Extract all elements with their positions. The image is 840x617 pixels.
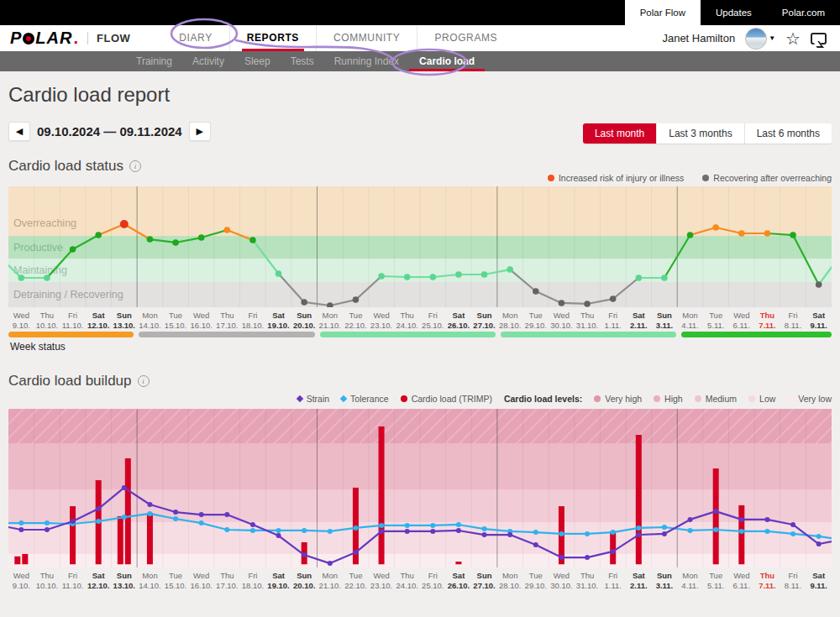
trimp-bar[interactable] [455, 562, 461, 564]
strain-day-dot[interactable] [71, 519, 76, 524]
favorites-star-icon[interactable]: ☆ [785, 30, 801, 47]
strain-day-dot[interactable] [45, 527, 50, 532]
status-day-dot[interactable] [301, 299, 307, 306]
strain-day-dot[interactable] [764, 517, 769, 522]
tolerance-day-dot[interactable] [533, 530, 538, 535]
status-day-dot[interactable] [249, 237, 256, 243]
strain-day-dot[interactable] [585, 555, 590, 560]
trimp-bar[interactable] [713, 468, 719, 564]
tolerance-day-dot[interactable] [379, 523, 384, 528]
strain-day-dot[interactable] [199, 512, 204, 517]
subnav-item-sleep[interactable]: Sleep [234, 51, 281, 71]
tolerance-day-dot[interactable] [662, 525, 667, 530]
strain-day-dot[interactable] [224, 512, 229, 517]
trimp-bar[interactable] [610, 531, 616, 564]
subnav-item-tests[interactable]: Tests [281, 51, 324, 71]
tolerance-day-dot[interactable] [45, 520, 50, 525]
status-day-dot[interactable] [70, 246, 76, 253]
status-day-dot[interactable] [559, 300, 565, 306]
polar-logo[interactable]: PLAR. [10, 29, 79, 48]
status-day-dot[interactable] [378, 273, 385, 280]
tolerance-day-dot[interactable] [276, 528, 281, 533]
status-day-dot[interactable] [712, 224, 719, 231]
strain-day-dot[interactable] [353, 550, 358, 555]
strain-day-dot[interactable] [405, 529, 410, 534]
subnav-item-training[interactable]: Training [126, 51, 182, 71]
status-day-dot[interactable] [636, 275, 643, 281]
strain-day-dot[interactable] [250, 522, 255, 527]
status-day-dot[interactable] [661, 275, 668, 281]
tolerance-day-dot[interactable] [585, 531, 590, 536]
strain-day-dot[interactable] [302, 552, 307, 557]
trimp-bar[interactable] [14, 557, 20, 564]
strain-day-dot[interactable] [430, 529, 435, 534]
strain-day-dot[interactable] [636, 532, 641, 537]
status-day-dot[interactable] [172, 239, 179, 246]
strain-day-dot[interactable] [713, 509, 718, 514]
range-button-last-6-months[interactable]: Last 6 months [744, 123, 832, 144]
strain-day-dot[interactable] [739, 517, 744, 522]
tolerance-day-dot[interactable] [688, 528, 693, 533]
cardio-load-buildup-chart[interactable] [8, 409, 832, 567]
tolerance-day-dot[interactable] [430, 523, 435, 528]
strain-day-dot[interactable] [611, 549, 616, 554]
tolerance-day-dot[interactable] [790, 531, 795, 536]
trimp-bar[interactable] [147, 513, 153, 564]
status-day-dot[interactable] [455, 271, 462, 278]
trimp-bar[interactable] [70, 506, 76, 564]
status-day-dot[interactable] [764, 230, 771, 237]
nav-item-community[interactable]: COMMUNITY [316, 25, 417, 51]
tolerance-day-dot[interactable] [18, 520, 24, 525]
tolerance-day-dot[interactable] [456, 522, 461, 527]
tolerance-day-dot[interactable] [122, 515, 127, 520]
tolerance-day-dot[interactable] [328, 529, 333, 534]
next-period-button[interactable]: ▶ [189, 122, 211, 141]
range-button-last-3-months[interactable]: Last 3 months [656, 123, 743, 144]
tolerance-day-dot[interactable] [739, 529, 744, 534]
tolerance-day-dot[interactable] [405, 523, 410, 528]
strain-day-dot[interactable] [18, 527, 24, 532]
tolerance-day-dot[interactable] [353, 525, 358, 531]
user-menu[interactable]: ▼ [745, 28, 775, 50]
status-day-dot[interactable] [18, 275, 25, 281]
strain-day-dot[interactable] [276, 533, 281, 538]
subnav-item-activity[interactable]: Activity [182, 51, 234, 71]
status-day-dot[interactable] [224, 227, 231, 233]
strain-day-dot[interactable] [662, 531, 667, 536]
strain-day-dot[interactable] [816, 541, 822, 546]
status-day-dot[interactable] [404, 274, 411, 280]
strain-day-dot[interactable] [96, 506, 101, 511]
status-info-icon[interactable]: i [129, 160, 141, 172]
strain-day-dot[interactable] [790, 522, 795, 527]
subnav-item-cardio-load[interactable]: Cardio load [409, 51, 485, 71]
buildup-info-icon[interactable]: i [138, 375, 150, 387]
status-day-dot[interactable] [353, 296, 360, 303]
strain-day-dot[interactable] [688, 517, 693, 522]
strain-day-dot[interactable] [507, 532, 512, 537]
status-day-dot[interactable] [738, 230, 745, 237]
strain-day-dot[interactable] [147, 502, 152, 507]
strain-day-dot[interactable] [379, 529, 384, 534]
status-day-dot[interactable] [584, 301, 591, 307]
topbar-tab-polar-flow[interactable]: Polar Flow [625, 0, 701, 25]
tolerance-day-dot[interactable] [611, 530, 616, 535]
trimp-bar[interactable] [22, 554, 28, 564]
tolerance-day-dot[interactable] [482, 526, 487, 531]
trimp-bar[interactable] [118, 516, 123, 564]
status-day-dot[interactable] [533, 288, 539, 295]
strain-day-dot[interactable] [173, 510, 178, 515]
cardio-load-status-chart[interactable]: OverreachingProductiveMaintainingDetrain… [8, 186, 832, 307]
strain-day-dot[interactable] [533, 542, 538, 547]
strain-day-dot[interactable] [328, 561, 333, 566]
status-day-dot[interactable] [610, 295, 617, 302]
nav-item-programs[interactable]: PROGRAMS [417, 25, 514, 51]
status-day-dot[interactable] [507, 266, 513, 273]
trimp-bar[interactable] [738, 505, 744, 564]
strain-day-dot[interactable] [456, 528, 461, 533]
status-day-dot[interactable] [687, 232, 694, 238]
subnav-item-running-index[interactable]: Running Index [324, 51, 409, 71]
status-day-dot[interactable] [276, 270, 282, 277]
tolerance-day-dot[interactable] [147, 511, 152, 516]
nav-item-diary[interactable]: DIARY [162, 25, 228, 51]
trimp-bar[interactable] [379, 426, 385, 564]
